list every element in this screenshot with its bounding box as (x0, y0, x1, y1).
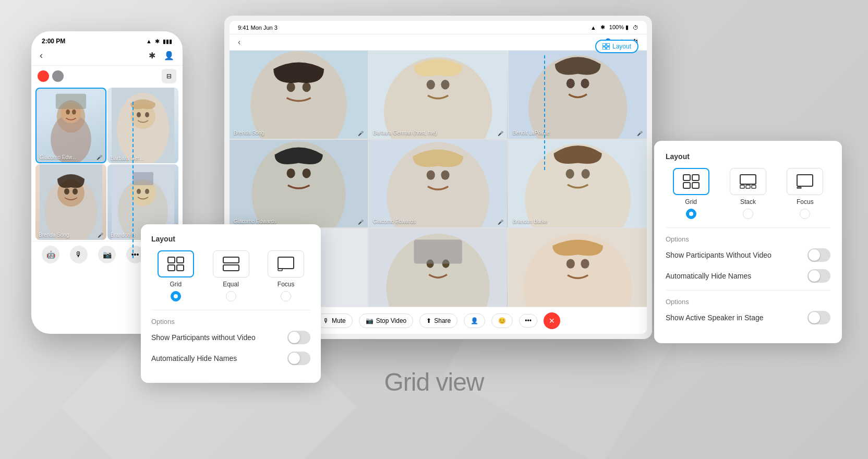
tablet-cell-bessie: Bessie Alexander (509, 228, 647, 317)
tablet-active-speaker-label: Show Active Speaker in Stage (666, 313, 764, 322)
svg-point-37 (287, 82, 295, 92)
tablet-layout-options: Grid Stack Focus (666, 168, 830, 219)
dashed-line-phone (132, 102, 134, 258)
tablet-auto-hide-toggle[interactable] (807, 269, 830, 283)
red-dot-btn[interactable] (38, 70, 49, 82)
tablet-wifi: ▲ (590, 25, 596, 31)
tablet-layout-stack[interactable]: Stack (722, 168, 773, 219)
svg-point-47 (566, 79, 574, 88)
tablet-cell-giacomo1: Giacomo Edwards 🎤 (230, 140, 368, 228)
svg-rect-25 (177, 265, 184, 271)
tablet-back[interactable]: ‹ (238, 38, 240, 47)
svg-rect-79 (740, 175, 756, 184)
svg-rect-77 (683, 183, 690, 188)
tablet-mic-3: 🎤 (637, 131, 643, 136)
phone-grid-label: Grid (170, 281, 182, 288)
tablet-show-participants-toggle[interactable] (807, 248, 830, 262)
phone-popup-divider (151, 310, 310, 310)
tablet-layout-button[interactable]: Layout (595, 40, 638, 53)
gray-dot-btn[interactable] (52, 70, 64, 82)
tablet-name-giacomo2: Giacomo Edwards (373, 219, 416, 224)
phone-layout-grid[interactable]: Grid (151, 250, 200, 301)
face-2-svg (107, 88, 178, 163)
emoji-icon: 😊 (498, 317, 506, 324)
tablet-option-show-participants: Show Participants Without Video (666, 248, 830, 262)
tablet-face-1 (230, 51, 368, 139)
phone-focus-label: Focus (278, 281, 295, 288)
tablet-name-brandon: Brandon Burke (513, 219, 548, 224)
svg-point-38 (303, 82, 311, 92)
tablet-face-9 (509, 228, 647, 317)
grid-view-title: Grid view (384, 368, 484, 396)
tablet-cell-giacomo2: Giacomo Edwards 🎤 (369, 140, 507, 228)
svg-rect-75 (683, 175, 690, 180)
tablet-layout-focus[interactable]: Focus (780, 168, 830, 219)
mute-icon: 🎙 (323, 317, 329, 324)
phone-layout-focus[interactable]: Focus (261, 250, 310, 301)
tablet-popup-divider-2 (666, 290, 830, 291)
tablet-layout-btn-label: Layout (612, 43, 631, 50)
svg-rect-21 (132, 172, 153, 185)
tablet-battery: 100% ▮ (609, 24, 629, 31)
face-3-svg (35, 164, 106, 240)
tablet-stop-video-btn[interactable]: 📷 Stop Video (359, 313, 414, 328)
tablet-share-btn[interactable]: ⬆ Share (419, 313, 457, 328)
tablet-face-5 (369, 140, 507, 228)
tablet-stack-icon (740, 174, 756, 189)
participants-icon[interactable]: 👤 (164, 51, 174, 61)
tablet-cell-benoit: Benoit LaPointe 🎤 (509, 51, 647, 139)
tablet-name-barbara: Barbara German (host, me) (373, 130, 437, 136)
tablet-layout-grid[interactable]: Grid (666, 168, 716, 219)
tablet-mic-1: 🎤 (358, 131, 364, 136)
tablet-clock: ⏱ (633, 25, 638, 31)
phone-focus-radio[interactable] (281, 291, 291, 301)
svg-rect-28 (278, 257, 294, 269)
phone-show-participants-toggle[interactable] (287, 331, 310, 344)
svg-rect-23 (177, 257, 184, 263)
tablet-active-speaker-toggle[interactable] (807, 311, 830, 324)
tablet-focus-radio[interactable] (800, 209, 810, 219)
tablet-grid-icon (683, 174, 700, 189)
tablet-emoji-btn[interactable]: 😊 (491, 313, 513, 328)
svg-rect-22 (168, 257, 175, 263)
svg-point-74 (581, 259, 589, 269)
svg-rect-76 (692, 175, 699, 180)
phone-nav-icons: ✱ 👤 (149, 51, 174, 61)
tablet-stack-radio[interactable] (743, 209, 753, 219)
battery-icon: ▮▮▮ (163, 38, 172, 45)
phone-video-cell-1: Giacomo Edw... 🎤 (35, 88, 106, 163)
phone-mic-btn[interactable]: 🎙 (70, 246, 88, 263)
phone-layout-popup: Layout Grid Equal (141, 224, 321, 383)
phone-participant-4-name: Brandon B (111, 232, 135, 238)
phone-auto-hide-toggle[interactable] (287, 352, 310, 365)
back-button[interactable]: ‹ (40, 50, 43, 61)
tablet-name-giacomo1: Giacomo Edwards (234, 219, 276, 224)
svg-point-73 (566, 259, 574, 269)
phone-layout-equal[interactable]: Equal (207, 250, 256, 301)
tablet-popup-title: Layout (666, 152, 830, 161)
phone-layout-icon[interactable]: ⊟ (162, 69, 176, 83)
svg-point-19 (137, 189, 141, 194)
tablet-mute-btn[interactable]: 🎙 Mute (316, 313, 353, 328)
bluetooth-nav-icon: ✱ (149, 51, 155, 61)
tablet-end-btn[interactable]: ✕ (544, 312, 560, 329)
tablet-status-bar: 9:41 Mon Jun 3 ▲ ✱ 100% ▮ ⏱ (230, 21, 647, 34)
tablet-face-6 (509, 140, 647, 228)
svg-rect-81 (746, 185, 750, 188)
tablet-grid-radio[interactable] (686, 209, 696, 219)
tablet-face-2 (369, 51, 507, 139)
tablet-layout-popup: Layout Grid (654, 141, 842, 343)
tablet-cell-giacomo3: Giacomo Edwards 🎤 (369, 228, 507, 317)
svg-point-52 (287, 168, 295, 178)
svg-rect-82 (752, 185, 756, 188)
phone-participant-2-name: Barbara Ger... (111, 155, 143, 161)
tablet-participants-btn[interactable]: 👤 (464, 313, 485, 328)
phone-grid-radio[interactable] (171, 291, 181, 301)
tablet-dashed-line (544, 55, 545, 170)
tablet-options-title-1: Options (666, 235, 830, 243)
phone-equal-radio[interactable] (226, 291, 236, 301)
phone-robot-btn[interactable]: 🤖 (42, 246, 59, 263)
tablet-more-btn[interactable]: ••• (519, 314, 537, 328)
phone-video-btn[interactable]: 📷 (98, 246, 116, 263)
svg-point-3 (66, 110, 70, 115)
